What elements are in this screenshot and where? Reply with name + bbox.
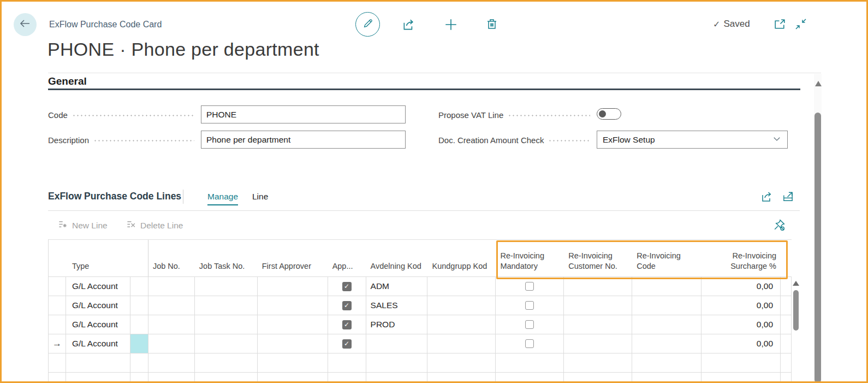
cell-type-row2[interactable]: G/L Account	[66, 296, 130, 315]
cell-sel-row3[interactable]	[49, 315, 66, 334]
cell-job_task_no-row1[interactable]	[195, 277, 258, 296]
cell-first_approver-row3[interactable]	[258, 315, 328, 334]
cell-kundgrupp_kod-row4[interactable]	[427, 334, 496, 353]
cell-reinv_code-row6[interactable]	[632, 373, 701, 383]
approval-checkbox[interactable]: ✓	[342, 320, 352, 329]
cell-gap-row3[interactable]	[130, 315, 148, 334]
reinvoicing-mandatory-checkbox[interactable]	[525, 320, 534, 329]
cell-reinv_surcharge-row6[interactable]	[701, 373, 781, 383]
cell-reinv_code-row1[interactable]	[632, 277, 701, 296]
column-header-type[interactable]: Type	[66, 240, 130, 276]
cell-reinv_mandatory-row3[interactable]	[496, 315, 564, 334]
cell-avdelning_kod-row3[interactable]: PROD	[366, 315, 428, 334]
cell-sel-row4[interactable]: →	[49, 334, 66, 353]
cell-reinv_customer-row3[interactable]	[564, 315, 632, 334]
cell-gap-row1[interactable]	[130, 277, 148, 296]
table-scroll-up-arrow[interactable]	[793, 281, 799, 286]
cell-reinv_code-row5[interactable]	[632, 353, 701, 373]
lines-open-in-excel-button[interactable]	[782, 190, 794, 205]
column-header-app[interactable]: App...	[328, 240, 366, 276]
column-header-first_approver[interactable]: First Approver	[258, 240, 328, 276]
new-line-button[interactable]: New Line	[58, 219, 108, 232]
cell-reinv_surcharge-row2[interactable]: 0,00	[701, 296, 781, 315]
cell-first_approver-row1[interactable]	[258, 277, 328, 296]
cell-reinv_customer-row4[interactable]	[564, 334, 632, 353]
reinvoicing-mandatory-checkbox[interactable]	[525, 339, 534, 348]
cell-kundgrupp_kod-row3[interactable]	[427, 315, 496, 334]
cell-reinv_code-row2[interactable]	[632, 296, 701, 315]
column-header-reinv_mandatory[interactable]: Re-Invoicing Mandatory	[496, 240, 564, 276]
cell-avdelning_kod-row5[interactable]	[366, 353, 428, 373]
cell-extra-row2[interactable]	[781, 296, 792, 315]
approval-checkbox[interactable]: ✓	[342, 282, 352, 291]
cell-reinv_customer-row1[interactable]	[564, 277, 632, 296]
cell-first_approver-row5[interactable]	[258, 353, 328, 373]
cell-avdelning_kod-row1[interactable]: ADM	[366, 277, 428, 296]
cell-app-row3[interactable]: ✓	[328, 315, 366, 334]
cell-reinv_mandatory-row1[interactable]	[496, 277, 564, 296]
cell-job_task_no-row3[interactable]	[195, 315, 258, 334]
column-header-reinv_surcharge[interactable]: Re-Invoicing Surcharge %	[701, 240, 781, 276]
tab-line[interactable]: Line	[252, 192, 268, 204]
cell-app-row2[interactable]: ✓	[328, 296, 366, 315]
cell-sel-row2[interactable]	[49, 296, 66, 315]
reinvoicing-mandatory-checkbox[interactable]	[525, 301, 534, 310]
cell-type-row6[interactable]	[66, 373, 130, 383]
active-cell[interactable]	[130, 334, 148, 353]
cell-type-row4[interactable]: G/L Account	[66, 334, 130, 353]
cell-extra-row1[interactable]	[781, 277, 792, 296]
new-button[interactable]	[444, 17, 458, 34]
cell-gap-row2[interactable]	[130, 296, 148, 315]
column-header-kundgrupp_kod[interactable]: Kundgrupp Kod	[428, 240, 496, 276]
cell-job_task_no-row2[interactable]	[195, 296, 258, 315]
cell-avdelning_kod-row4[interactable]	[366, 334, 428, 353]
cell-job_task_no-row5[interactable]	[195, 353, 258, 373]
unpin-pane-button[interactable]	[772, 218, 786, 234]
back-button[interactable]	[14, 13, 37, 36]
column-header-reinv_customer[interactable]: Re-Invoicing Customer No.	[564, 240, 632, 276]
open-in-new-window-button[interactable]	[773, 17, 787, 33]
cell-reinv_surcharge-row5[interactable]	[701, 353, 781, 373]
column-header-reinv_code[interactable]: Re-Invoicing Code	[632, 240, 701, 276]
cell-app-row6[interactable]	[328, 373, 366, 383]
cell-reinv_code-row3[interactable]	[632, 315, 701, 334]
collapse-window-button[interactable]	[794, 17, 807, 33]
cell-reinv_surcharge-row4[interactable]: 0,00	[701, 334, 781, 353]
cell-kundgrupp_kod-row2[interactable]	[427, 296, 496, 315]
cell-extra-row3[interactable]	[781, 315, 792, 334]
page-scrollbar-thumb[interactable]	[815, 113, 821, 383]
cell-reinv_surcharge-row3[interactable]: 0,00	[701, 315, 781, 334]
cell-type-row5[interactable]	[66, 353, 130, 373]
cell-extra-row4[interactable]	[781, 334, 792, 353]
delete-line-button[interactable]: Delete Line	[126, 219, 183, 232]
cell-reinv_customer-row5[interactable]	[564, 353, 632, 373]
approval-checkbox[interactable]: ✓	[342, 339, 352, 349]
cell-type-row3[interactable]: G/L Account	[66, 315, 130, 334]
delete-button[interactable]	[485, 17, 498, 33]
code-input[interactable]	[201, 105, 406, 123]
cell-sel-row6[interactable]	[49, 373, 66, 383]
column-header-avdelning_kod[interactable]: Avdelning Kod	[366, 240, 428, 276]
reinvoicing-mandatory-checkbox[interactable]	[525, 282, 534, 291]
cell-first_approver-row2[interactable]	[258, 296, 328, 315]
cell-reinv_surcharge-row1[interactable]: 0,00	[701, 277, 781, 296]
cell-first_approver-row4[interactable]	[258, 334, 328, 353]
column-header-job_no[interactable]: Job No.	[148, 240, 195, 276]
cell-avdelning_kod-row2[interactable]: SALES	[366, 296, 428, 315]
cell-extra-row6[interactable]	[781, 373, 792, 383]
column-header-job_task_no[interactable]: Job Task No.	[195, 240, 258, 276]
cell-kundgrupp_kod-row1[interactable]	[427, 277, 496, 296]
page-scroll-up-arrow[interactable]	[815, 81, 822, 86]
cell-reinv_mandatory-row2[interactable]	[496, 296, 564, 315]
description-input[interactable]	[201, 131, 406, 149]
general-section-heading[interactable]: General	[48, 75, 87, 87]
cell-type-row1[interactable]: G/L Account	[66, 277, 130, 296]
cell-avdelning_kod-row6[interactable]	[366, 373, 428, 383]
cell-app-row4[interactable]: ✓	[328, 334, 366, 353]
cell-job_no-row4[interactable]	[148, 334, 195, 353]
cell-extra-row5[interactable]	[781, 353, 792, 373]
cell-job_no-row3[interactable]	[148, 315, 195, 334]
cell-job_no-row2[interactable]	[148, 296, 195, 315]
cell-app-row1[interactable]: ✓	[328, 277, 366, 296]
cell-reinv_customer-row2[interactable]	[564, 296, 632, 315]
